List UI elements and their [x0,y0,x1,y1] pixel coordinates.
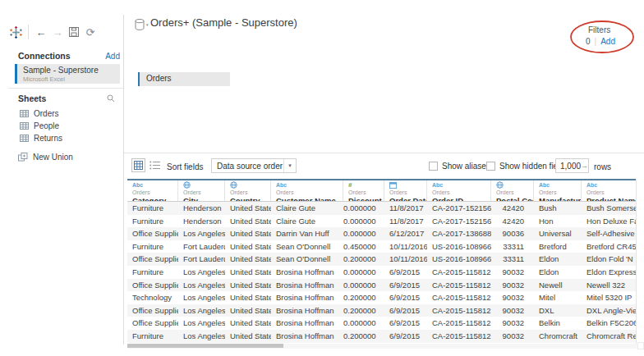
table-row: FurnitureHendersonUnited StatesClaire Gu… [127,202,637,215]
table-cell: 0.000000 [343,202,384,215]
filters-count: 0 [586,37,591,46]
column-source: Orders [348,189,384,195]
abc-type-icon: Abc [276,182,287,188]
table-cell: 6/12/2017 [384,227,427,240]
table-cell: Los Angeles [178,227,225,240]
globe-type-icon [183,181,191,189]
column-header-product-name[interactable]: AbcOrdersProduct Name [582,180,637,201]
column-source: Orders [496,189,533,195]
column-source: Orders [539,189,581,195]
table-cell: United States [225,227,271,240]
table-cell: Chromcraft Re [582,330,637,343]
table-cell: CA-2015-115812 [427,330,491,343]
connections-add-link[interactable]: Add [105,52,120,61]
sheet-label: People [34,121,59,130]
refresh-button[interactable]: ⟳ [83,25,98,39]
table-cell: Brosina Hoffman [271,330,343,343]
table-cell: 6/9/2015 [384,304,427,317]
table-cell: Henderson [178,202,225,215]
toolbar-divider [28,25,29,39]
table-cell: 42420 [491,202,534,215]
table-row: FurnitureLos AngelesUnited StatesBrosina… [127,266,637,279]
column-source: Orders [183,189,224,195]
column-header-discount[interactable]: #OrdersDiscount [343,180,384,201]
column-header-city[interactable]: OrdersCity [178,180,225,201]
row-count-stepper-icon[interactable]: → [581,162,588,170]
table-cell: Claire Gute [271,202,343,215]
table-cell: Bretford CR45 [582,240,637,253]
table-cell: US-2016-108966 [427,240,491,253]
table-cell: 0.000000 [343,279,384,292]
table-cell: Newell 322 [582,279,637,292]
datasource-menu-caret-icon[interactable]: ▾ [146,22,149,27]
table-cell: Office Supplies [127,304,178,317]
table-cell: Claire Gute [271,215,343,228]
column-header-manufacturer[interactable]: AbcOrdersManufacturer [534,180,582,201]
table-sheet-icon [20,110,29,117]
table-cell: DXL [534,304,582,317]
table-cell: 90032 [491,330,534,343]
table-cell: United States [225,215,271,228]
column-header-country[interactable]: OrdersCountry [225,180,271,201]
forward-button[interactable]: → [50,25,65,39]
row-count-value: 1,000 [560,162,581,171]
table-row: Office SuppliesLos AngelesUnited StatesD… [127,227,637,240]
column-source: Orders [389,189,426,195]
table-cell: Darrin Van Huff [271,227,343,240]
table-cell: 0.200000 [343,291,384,304]
data-grid-header: AbcOrdersCategoryOrdersCityOrdersCountry… [127,179,637,202]
save-datasource-icon[interactable] [67,25,81,39]
connection-item-sample-superstore[interactable]: Sample - Superstore Microsoft Excel [15,64,120,84]
table-cell: Brosina Hoffman [271,266,343,279]
table-cell: Furniture [127,266,178,279]
sheet-item-orders[interactable]: Orders [20,107,118,120]
datasource-db-icon[interactable] [135,19,145,34]
page-title: Orders+ (Sample - Superstore) [150,16,297,29]
table-cell: Los Angeles [178,279,225,292]
table-cell: CA-2015-115812 [427,291,491,304]
table-cell: 90032 [491,279,534,292]
column-header-postal-code[interactable]: OrdersPostal Code [491,180,534,201]
tableau-logo-icon [8,25,23,39]
calendar-type-icon [389,181,397,189]
metadata-view-toggle[interactable] [150,161,161,170]
column-header-customer-name[interactable]: AbcOrdersCustomer Name [271,180,343,201]
table-cell: 0.000000 [343,227,384,240]
grid-view-toggle[interactable] [131,158,145,172]
new-union-label: New Union [33,153,73,162]
table-cell: 0.000000 [343,317,384,330]
show-aliases-checkbox[interactable]: Show aliases [429,162,490,171]
table-cell: Bush [534,202,582,215]
column-header-category[interactable]: AbcOrdersCategory [127,180,178,201]
data-grid: AbcOrdersCategoryOrdersCityOrdersCountry… [127,179,637,343]
abc-type-icon: Abc [539,182,550,188]
back-button[interactable]: ← [34,25,48,39]
sort-order-value: Data source order [212,162,283,171]
row-count-input[interactable]: 1,000 → [555,158,589,173]
column-name: Manufacturer [539,196,581,201]
canvas-table-orders[interactable]: Orders [138,72,230,86]
table-cell: 90036 [491,227,534,240]
sidebar-divider [8,88,123,89]
table-cell: Eldon [534,266,582,279]
table-cell: 90032 [491,291,534,304]
filters-add-link[interactable]: Add [600,37,615,46]
table-cell: Mitel 5320 IP [582,291,637,304]
table-cell: United States [225,266,271,279]
sort-order-dropdown[interactable]: Data source order ▾ [211,158,297,173]
new-union-item[interactable]: New Union [18,151,117,163]
column-name: Discount [348,196,384,201]
globe-type-icon [230,181,237,189]
table-cell: CA-2017-138688 [427,227,491,240]
table-cell: Mitel [534,291,582,304]
vertical-scrollbar[interactable] [636,179,644,344]
horizontal-scrollbar-thumb[interactable] [127,344,283,348]
column-header-order-id[interactable]: AbcOrdersOrder ID [427,180,491,201]
column-header-order-date[interactable]: OrdersOrder Date [384,180,427,201]
column-source: Orders [132,189,177,195]
sheets-search-icon[interactable] [107,94,115,103]
sheet-item-returns[interactable]: Returns [20,132,118,144]
connections-section-header: Connections Add [18,51,120,61]
sheet-item-people[interactable]: People [20,120,118,132]
column-name: Customer Name [276,196,343,201]
